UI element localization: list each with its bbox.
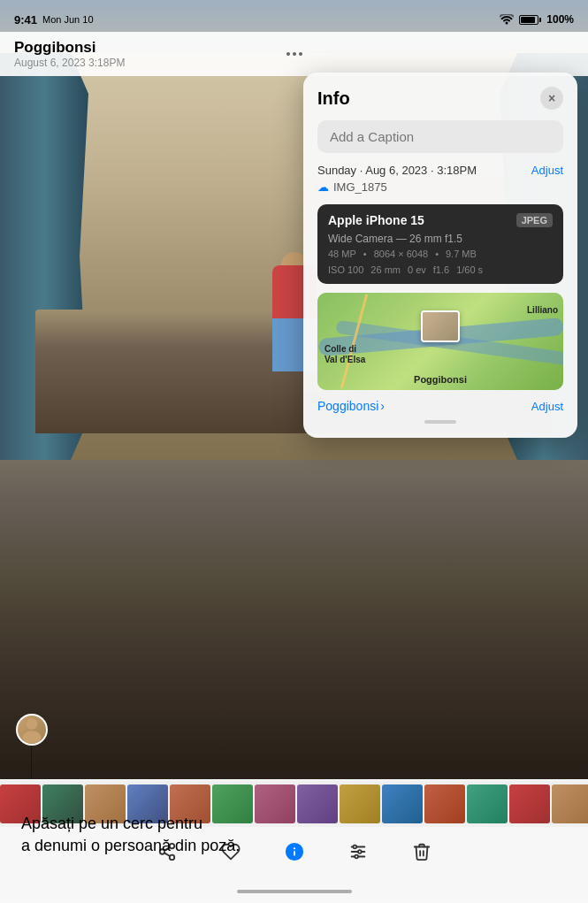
svg-point-1 (22, 731, 41, 744)
battery-fill (521, 17, 534, 23)
location-name: Poggibonsi (317, 399, 378, 413)
status-bar: 9:41 Mon Jun 10 100% (0, 0, 588, 32)
camera-box: Apple iPhone 15 JPEG Wide Camera — 26 mm… (317, 204, 563, 284)
camera-name: Apple iPhone 15 (328, 213, 424, 227)
annotation-line2: a denumi o persoană din poză. (21, 835, 567, 857)
info-panel: Info × Sunday · Aug 6, 2023 · 3:18PM Adj… (303, 73, 577, 438)
status-right-icons: 100% (500, 13, 574, 26)
location-adjust-link[interactable]: Adjust (531, 400, 563, 413)
map-label-poggibonsi: Poggibonsi (414, 374, 467, 385)
annotation-line1: Apăsați pe un cerc pentru (21, 813, 567, 835)
home-bar (237, 890, 352, 893)
cloud-icon: ☁ (317, 180, 329, 194)
spec-mp: 48 MP (328, 249, 356, 259)
date-row: Sunday · Aug 6, 2023 · 3:18PM Adjust (317, 164, 563, 177)
map-photo-thumb (421, 310, 460, 342)
dot3 (299, 52, 302, 56)
exif-focal: 26 mm (370, 264, 401, 275)
person-thumb-inner (18, 716, 46, 744)
spec-sep1: • (363, 249, 367, 259)
location-link[interactable]: Poggibonsi › (317, 399, 385, 413)
spec-size: 9.7 MB (446, 249, 477, 259)
battery-percent: 100% (546, 13, 574, 26)
info-panel-header: Info × (317, 87, 563, 110)
filename-row: ☁ IMG_1875 (317, 180, 563, 194)
person-icon (18, 714, 46, 744)
person-circle-thumbnail[interactable] (16, 714, 48, 746)
info-close-button[interactable]: × (540, 87, 563, 110)
spec-sep2: • (435, 249, 439, 259)
exif-aperture: f1.6 (433, 264, 449, 275)
status-time: 9:41 (14, 13, 37, 27)
exif-specs: ISO 100 26 mm 0 ev f1.6 1/60 s (328, 264, 553, 275)
photo-date: Sunday · Aug 6, 2023 · 3:18PM (317, 164, 477, 177)
caption-input[interactable] (317, 120, 563, 153)
exif-shutter: 1/60 s (456, 264, 483, 275)
date-adjust-link[interactable]: Adjust (531, 164, 563, 177)
camera-header: Apple iPhone 15 JPEG (328, 213, 553, 227)
jpeg-badge: JPEG (516, 213, 553, 227)
dot2 (293, 52, 296, 56)
map-label-colle: Colle diVal d'Elsa (325, 344, 365, 365)
info-title: Info (317, 88, 350, 109)
camera-detail: Wide Camera — 26 mm f1.5 (328, 233, 553, 245)
filename-text: IMG_1875 (333, 180, 387, 194)
svg-point-0 (27, 718, 37, 729)
annotation-box: Apăsați pe un cerc pentru a denumi o per… (0, 813, 588, 857)
home-indicator (0, 880, 588, 903)
wifi-icon (500, 14, 514, 25)
exif-ev: 0 ev (408, 264, 426, 275)
status-day: Mon Jun 10 (42, 14, 93, 25)
header-dots (286, 32, 302, 76)
camera-specs: 48 MP • 8064 × 6048 • 9.7 MB (328, 249, 553, 259)
map-container[interactable]: Colle diVal d'Elsa Lilliano Poggibonsi (317, 293, 563, 390)
map-label-lilliano: Lilliano (527, 305, 558, 315)
map-footer: Poggibonsi › Adjust (317, 399, 563, 413)
dot1 (286, 52, 290, 56)
spec-resolution: 8064 × 6048 (374, 249, 428, 259)
chevron-right-icon: › (380, 399, 385, 413)
battery-icon (519, 15, 541, 25)
exif-iso: ISO 100 (328, 264, 363, 275)
panel-handle (424, 420, 456, 424)
map-thumb-inner (423, 312, 458, 341)
